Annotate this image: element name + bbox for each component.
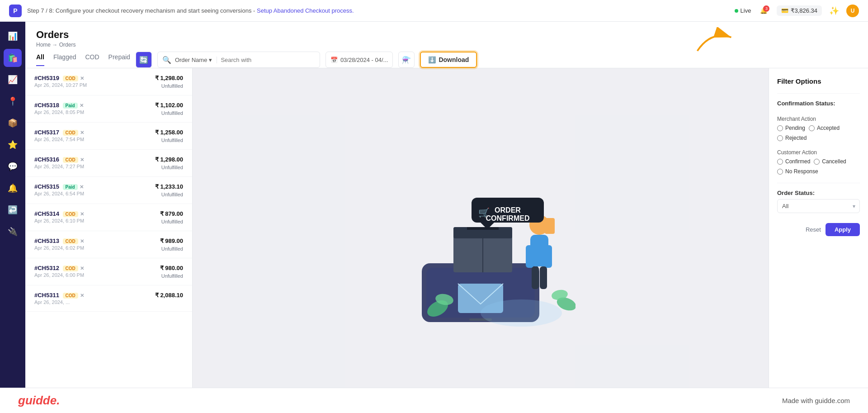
reset-button[interactable]: Reset — [806, 226, 821, 233]
made-with-text: Made with guidde.com — [782, 397, 850, 404]
sidebar-item-integrations[interactable]: 🔌 — [4, 223, 22, 241]
notification-button[interactable]: 🔔 3 — [758, 5, 769, 16]
calendar-icon: 📅 — [330, 57, 338, 63]
customer-action-label: Customer Action — [777, 149, 860, 156]
no-response-radio[interactable] — [777, 169, 783, 175]
main-layout: 📊 🛍️ 📈 📍 📦 ⭐ 💬 🔔 ↩️ 🔌 ⚙️ Orders Home → O… — [0, 0, 868, 413]
svg-text:🛒: 🛒 — [478, 207, 490, 218]
notification-badge: 3 — [763, 5, 769, 12]
order-status-section: Order Status: All Fulfilled Unfulfilled … — [777, 190, 860, 213]
sidebar-item-inventory[interactable]: 📦 — [4, 114, 22, 132]
svg-text:CONFIRMED: CONFIRMED — [486, 214, 530, 222]
confirmed-option[interactable]: Confirmed — [777, 158, 810, 165]
banner-right: Live 🔔 3 💳 ₹3,826.34 ✨ U — [735, 5, 859, 17]
sidebar-item-alerts[interactable]: 🔔 — [4, 179, 22, 197]
download-button[interactable]: ⬇️ Download — [420, 52, 477, 68]
tab-all[interactable]: All — [36, 53, 44, 66]
user-avatar[interactable]: U — [846, 5, 859, 17]
refresh-button[interactable]: 🔄 — [136, 52, 152, 68]
svg-rect-14 — [540, 266, 547, 289]
banner-text: Step 7 / 8: Configure your checkout reco… — [27, 7, 354, 14]
search-bar: 🔍 Order Name ▾ — [157, 52, 320, 68]
rejected-option[interactable]: Rejected — [777, 135, 807, 141]
sidebar-item-reviews[interactable]: ⭐ — [4, 136, 22, 154]
date-range-text: 03/28/2024 - 04/... — [340, 57, 388, 63]
filter-tabs: All Flagged COD Prepaid — [36, 53, 130, 66]
table-row[interactable]: #CH5316 COD✕ Apr 26, 2024, 7:27 PM ₹ 1,2… — [25, 150, 192, 177]
sidebar-item-chat[interactable]: 💬 — [4, 157, 22, 176]
orders-header: Orders Home → Orders All Flagged COD Pre… — [25, 22, 868, 68]
no-response-option[interactable]: No Response — [777, 168, 818, 175]
sidebar-item-analytics[interactable]: 📈 — [4, 71, 22, 89]
download-icon: ⬇️ — [428, 56, 436, 63]
search-icon: 🔍 — [162, 56, 171, 64]
download-label: Download — [439, 56, 469, 63]
sidebar: 📊 🛍️ 📈 📍 📦 ⭐ 💬 🔔 ↩️ 🔌 ⚙️ — [0, 22, 25, 413]
pending-option[interactable]: Pending — [777, 125, 805, 131]
wallet-icon: 💳 — [781, 7, 788, 14]
order-status-label: Order Status: — [777, 190, 860, 196]
guidde-logo: guidde. — [18, 394, 60, 408]
customer-action-group: Confirmed Cancelled No Response — [777, 158, 860, 175]
search-input[interactable] — [221, 57, 315, 63]
confirmed-radio[interactable] — [777, 159, 783, 165]
table-row[interactable]: #CH5315 Paid✕ Apr 26, 2024, 6:54 PM ₹ 1,… — [25, 177, 192, 204]
setup-link[interactable]: Setup Abandoned Checkout process. — [257, 7, 354, 14]
merchant-action-label: Merchant Action — [777, 116, 860, 122]
theme-toggle[interactable]: ✨ — [829, 6, 839, 16]
live-dot — [735, 9, 738, 13]
orders-body: #CH5319 COD✕ Apr 26, 2024, 10:27 PM ₹ 1,… — [25, 68, 868, 413]
top-banner: P Step 7 / 8: Configure your checkout re… — [0, 0, 868, 22]
svg-rect-11 — [526, 245, 534, 268]
divider-2 — [777, 183, 860, 183]
cancelled-radio[interactable] — [814, 159, 820, 165]
tab-prepaid[interactable]: Prepaid — [108, 53, 130, 66]
sidebar-item-returns[interactable]: ↩️ — [4, 201, 22, 219]
tab-cod[interactable]: COD — [85, 53, 99, 66]
table-row[interactable]: #CH5318 Paid✕ Apr 26, 2024, 8:05 PM ₹ 1,… — [25, 95, 192, 123]
breadcrumb-home[interactable]: Home — [36, 42, 51, 48]
sidebar-item-location[interactable]: 📍 — [4, 92, 22, 110]
apply-button[interactable]: Apply — [826, 223, 860, 236]
filter-panel-title: Filter Options — [777, 77, 860, 85]
sidebar-item-orders[interactable]: 🛍️ — [4, 49, 22, 67]
main-content: Orders Home → Orders All Flagged COD Pre… — [25, 22, 868, 413]
table-row[interactable]: #CH5314 COD✕ Apr 26, 2024, 6:10 PM ₹ 879… — [25, 204, 192, 231]
order-confirmed-illustration: ORDER CONFIRMED 🛒 — [386, 155, 576, 327]
step-text: Step 7 / 8: Configure your checkout reco… — [27, 7, 255, 14]
filter-actions: Reset Apply — [777, 223, 860, 236]
svg-rect-15 — [545, 218, 555, 234]
accepted-option[interactable]: Accepted — [809, 125, 840, 131]
search-field-label: Order Name — [175, 57, 208, 63]
table-row[interactable]: #CH5313 COD✕ Apr 26, 2024, 6:02 PM ₹ 989… — [25, 231, 192, 258]
breadcrumb: Home → Orders — [36, 42, 75, 48]
app-logo: P — [9, 5, 22, 17]
search-field-select[interactable]: Order Name ▾ — [175, 57, 217, 63]
wallet-amount: ₹3,826.34 — [791, 7, 817, 14]
merchant-action-group: Pending Accepted Rejected — [777, 125, 860, 141]
order-status-select[interactable]: All Fulfilled Unfulfilled Partial — [777, 199, 860, 213]
live-label: Live — [741, 7, 751, 14]
pending-radio[interactable] — [777, 125, 783, 131]
search-field-chevron: ▾ — [209, 57, 212, 63]
rejected-radio[interactable] — [777, 135, 783, 141]
table-row[interactable]: #CH5319 COD✕ Apr 26, 2024, 10:27 PM ₹ 1,… — [25, 68, 192, 95]
tab-flagged[interactable]: Flagged — [53, 53, 76, 66]
filter-icon-button[interactable]: ⚗️ — [398, 52, 415, 68]
confirmation-status-label: Confirmation Status: — [777, 100, 860, 107]
filter-panel: Filter Options Confirmation Status: Merc… — [769, 68, 868, 413]
accepted-radio[interactable] — [809, 125, 815, 131]
table-row[interactable]: #CH5312 COD✕ Apr 26, 2024, 6:00 PM ₹ 980… — [25, 258, 192, 285]
live-badge: Live — [735, 7, 751, 14]
table-row[interactable]: #CH5317 COD✕ Apr 26, 2024, 7:54 PM ₹ 1,2… — [25, 123, 192, 150]
order-detail-area: ORDER CONFIRMED 🛒 No order selected — [193, 68, 769, 413]
table-row[interactable]: #CH5311 COD✕ Apr 26, 2024, ... ₹ 2,088.1… — [25, 285, 192, 312]
sidebar-item-dashboard[interactable]: 📊 — [4, 27, 22, 45]
cancelled-option[interactable]: Cancelled — [814, 158, 846, 165]
filter-bar: All Flagged COD Prepaid 🔄 🔍 Order Name ▾… — [36, 52, 857, 68]
date-range-picker[interactable]: 📅 03/28/2024 - 04/... — [326, 52, 393, 68]
svg-rect-12 — [544, 245, 552, 268]
orders-title: Orders — [36, 29, 75, 41]
svg-rect-5 — [467, 227, 499, 230]
svg-text:ORDER: ORDER — [495, 206, 521, 214]
